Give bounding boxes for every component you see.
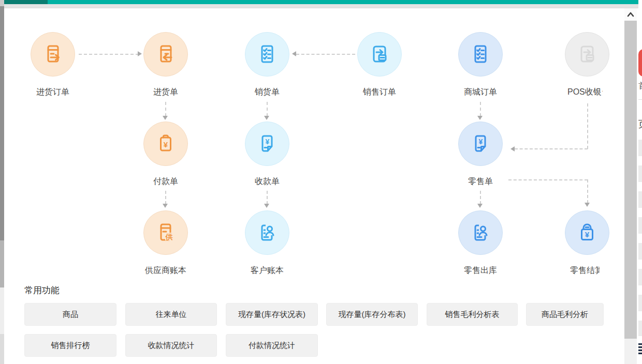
flow-node-label-receipt-voucher: 收款单 — [226, 176, 309, 187]
arrowhead-down — [163, 116, 168, 120]
svg-text:¥: ¥ — [164, 140, 168, 149]
doc-arrow-left-icon — [153, 42, 178, 67]
connector-purchaseorder-purchasereceipt — [79, 54, 139, 55]
flow-node-customer-ledger[interactable] — [245, 210, 289, 255]
common-function-button-7[interactable]: 收款情况统计 — [125, 334, 217, 357]
svg-text:¥: ¥ — [479, 138, 483, 146]
flow-node-retail-receipt[interactable]: ¥ — [458, 122, 503, 166]
purchase-receipt-circle[interactable] — [143, 32, 188, 77]
left-edge-scrollbar[interactable] — [0, 0, 4, 364]
connector-retailreceipt-outbound — [480, 191, 481, 204]
flow-node-label-retail-receipt: 零售单 — [439, 176, 522, 187]
sales-receipt-circle[interactable] — [245, 32, 289, 77]
flow-node-sales-order[interactable] — [357, 32, 402, 77]
connector-salesorder-salesreceipt — [296, 54, 355, 55]
arrowhead-left — [510, 146, 515, 151]
edge-text-fragment-1: 首 — [638, 81, 642, 92]
flow-node-pos-checkout[interactable] — [565, 32, 609, 77]
flow-node-receipt-voucher[interactable]: ¥ — [245, 122, 289, 166]
flow-node-payment-voucher[interactable]: ¥ — [143, 122, 188, 166]
scrollbar-thumb[interactable] — [624, 21, 637, 339]
common-function-button-0[interactable]: 商品 — [24, 303, 116, 326]
left-scrollbar-track-light — [0, 287, 4, 334]
arrowhead-down — [264, 204, 269, 208]
chevron-up-icon — [627, 10, 634, 19]
flow-node-label-sales-receipt: 销货单 — [226, 87, 309, 97]
svg-text:¥: ¥ — [585, 230, 590, 239]
flow-node-mall-order[interactable] — [458, 32, 503, 77]
left-scrollbar-thumb[interactable] — [0, 6, 4, 240]
left-scrollbar-track-top — [0, 0, 4, 6]
purchase-order-circle[interactable] — [31, 32, 75, 77]
flow-node-supplier-ledger[interactable]: 供 — [143, 210, 188, 255]
arrowhead-down — [585, 203, 590, 207]
mall-order-circle[interactable] — [458, 32, 503, 77]
person-doc-icon — [255, 220, 280, 245]
arrowhead-down — [163, 204, 168, 208]
flow-node-sales-receipt[interactable] — [245, 32, 289, 77]
flow-node-purchase-receipt[interactable] — [143, 32, 188, 77]
paper-yen-icon: ¥ — [255, 131, 280, 156]
flow-node-label-pos-checkout: POS收银台 — [567, 87, 603, 97]
customer-ledger-circle[interactable] — [245, 210, 289, 255]
scroll-up-button[interactable] — [624, 8, 637, 21]
flow-node-label-sales-order: 销售订单 — [338, 87, 421, 97]
flow-node-purchase-order[interactable] — [31, 32, 75, 77]
till-yen-icon: ¥ — [575, 220, 600, 245]
sales-order-circle[interactable] — [357, 32, 402, 77]
flow-node-retail-outbound[interactable] — [458, 210, 503, 255]
edge-row-stripes — [638, 140, 642, 336]
connector-receipt-customerledger — [267, 191, 268, 204]
connector-payment-supplierledger — [165, 191, 166, 204]
doc-arrow-right-icon — [40, 42, 65, 67]
common-function-button-5[interactable]: 商品毛利分析 — [526, 303, 604, 326]
left-scrollbar-track-mid — [0, 240, 4, 287]
doc-transfer-icon — [367, 42, 392, 67]
flow-node-retail-settlement[interactable]: ¥ — [565, 210, 609, 255]
common-function-button-3[interactable]: 现存量(库存分布表) — [326, 303, 418, 326]
connector-purchasereceipt-payment — [165, 102, 166, 116]
supplier-ledger-circle[interactable]: 供 — [143, 210, 188, 255]
flow-node-label-retail-outbound: 零售出库 — [439, 265, 522, 276]
flow-node-label-supplier-ledger: 供应商账本 — [124, 265, 207, 276]
red-badge-fragment — [638, 49, 642, 77]
arrowhead-right — [138, 51, 142, 56]
paper-yen-icon: ¥ — [468, 131, 493, 156]
edge-glyph-fragment — [638, 343, 642, 355]
panel-top-strip — [4, 4, 638, 8]
common-functions-title: 常用功能 — [24, 284, 60, 296]
flow-node-label-retail-settlement: 零售结算 — [570, 265, 600, 276]
receipt-voucher-circle[interactable]: ¥ — [245, 122, 289, 166]
pos-checkout-circle[interactable] — [565, 32, 609, 77]
connector-salesreceipt-receipt — [267, 102, 268, 116]
retail-receipt-circle[interactable]: ¥ — [458, 122, 503, 166]
arrowhead-down — [477, 116, 483, 120]
svg-text:¥: ¥ — [266, 138, 270, 146]
retail-settlement-circle[interactable]: ¥ — [565, 210, 609, 255]
retail-outbound-circle[interactable] — [458, 210, 503, 255]
svg-text:供: 供 — [165, 233, 173, 241]
common-function-button-4[interactable]: 销售毛利分析表 — [427, 303, 518, 326]
background-page-sliver: 首 页 — [638, 0, 642, 364]
flow-node-label-purchase-receipt: 进货单 — [124, 87, 207, 97]
flow-node-label-payment-voucher: 付款单 — [124, 176, 207, 187]
arrowhead-left — [292, 51, 296, 56]
person-doc-icon — [468, 220, 493, 245]
common-function-button-8[interactable]: 付款情况统计 — [226, 334, 318, 357]
common-function-button-6[interactable]: 销售排行榜 — [24, 334, 116, 357]
payment-voucher-circle[interactable]: ¥ — [143, 122, 188, 166]
flow-node-label-customer-ledger: 客户账本 — [226, 265, 309, 276]
edge-text-fragment-2: 页 — [638, 118, 642, 130]
common-function-button-1[interactable]: 往来单位 — [125, 303, 217, 326]
connector-pos-retailreceipt-vertical — [587, 103, 588, 149]
doc-transfer-icon — [575, 42, 600, 67]
common-function-button-2[interactable]: 现存量(库存状况表) — [226, 303, 318, 326]
arrowhead-down — [477, 204, 483, 208]
vertical-scrollbar[interactable] — [624, 8, 637, 364]
ledger-gong-icon: 供 — [153, 220, 178, 245]
connector-mallorder-retailreceipt — [480, 102, 481, 116]
arrowhead-down — [264, 116, 269, 120]
connector-retailreceipt-settlement-vertical — [587, 179, 588, 203]
connector-pos-retailreceipt-horizontal — [515, 148, 588, 149]
checklist-icon — [255, 42, 280, 67]
